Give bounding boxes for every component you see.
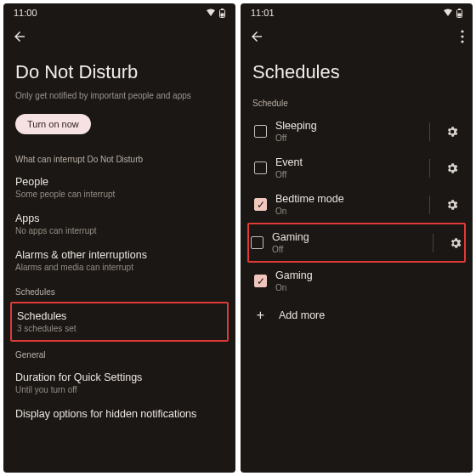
wifi-icon (443, 8, 453, 17)
row-apps[interactable]: Apps No apps can interrupt (15, 206, 224, 242)
gear-icon[interactable] (449, 236, 462, 250)
row-title: Schedules (17, 310, 222, 322)
schedule-state: On (275, 207, 414, 216)
row-title: People (15, 176, 224, 188)
schedule-text: GamingOn (275, 269, 459, 292)
top-bar (3, 22, 235, 51)
schedule-row[interactable]: ✓GamingOn (252, 263, 461, 299)
plus-icon: + (254, 308, 267, 323)
turn-on-button[interactable]: Turn on now (15, 114, 91, 134)
schedule-label: Event (275, 156, 414, 168)
page-title: Do Not Disturb (15, 61, 224, 83)
back-icon[interactable] (12, 29, 27, 44)
screen-do-not-disturb: 11:00 Do Not Disturb Only get notified b… (3, 3, 235, 473)
divider (429, 122, 430, 141)
svg-point-8 (461, 40, 463, 42)
row-title: Apps (15, 212, 224, 224)
top-bar (241, 22, 473, 51)
gear-icon[interactable] (445, 162, 459, 175)
content: Schedules Schedule SleepingOffEventOff✓B… (241, 51, 473, 473)
page-subtitle: Only get notified by important people an… (15, 90, 224, 102)
schedule-state: Off (272, 245, 417, 254)
status-icons (443, 8, 462, 18)
row-alarms[interactable]: Alarms & other interruptions Alarms and … (15, 242, 224, 279)
screen-schedules: 11:01 Schedules Schedule SleepingOffEven… (241, 3, 473, 473)
svg-rect-4 (458, 8, 461, 10)
checkbox[interactable] (254, 125, 267, 138)
row-title: Duration for Quick Settings (15, 371, 224, 383)
section-interrupt-label: What can interrupt Do Not Disturb (15, 155, 224, 164)
row-title: Display options for hidden notifications (15, 408, 224, 420)
row-schedules[interactable]: Schedules 3 schedules set (10, 302, 229, 342)
add-more-row[interactable]: + Add more (252, 299, 461, 332)
row-sub: Until you turn off (15, 385, 224, 394)
divider (429, 196, 430, 214)
page-title: Schedules (252, 61, 461, 83)
row-duration[interactable]: Duration for Quick Settings Until you tu… (15, 365, 224, 401)
status-time: 11:00 (14, 8, 37, 18)
row-people[interactable]: People Some people can interrupt (15, 169, 224, 206)
schedule-text: SleepingOff (275, 120, 414, 143)
content: Do Not Disturb Only get notified by impo… (3, 51, 235, 473)
row-sub: 3 schedules set (17, 324, 222, 333)
checkbox[interactable] (254, 162, 267, 174)
schedule-state: On (275, 283, 459, 292)
svg-rect-2 (221, 13, 224, 16)
gear-icon[interactable] (445, 125, 459, 139)
gear-icon[interactable] (445, 198, 459, 212)
row-sub: Some people can interrupt (15, 190, 224, 199)
row-sub: Alarms and media can interrupt (15, 263, 224, 272)
battery-icon (219, 8, 225, 18)
checkbox[interactable]: ✓ (254, 275, 267, 287)
divider (433, 234, 434, 252)
battery-icon (456, 8, 462, 18)
row-sub: No apps can interrupt (15, 226, 224, 235)
schedule-row[interactable]: EventOff (252, 150, 461, 186)
section-schedule-label: Schedule (252, 99, 461, 108)
schedule-row[interactable]: SleepingOff (252, 113, 461, 150)
schedule-row[interactable]: GamingOff (247, 223, 466, 263)
svg-point-7 (461, 35, 463, 37)
schedule-text: GamingOff (272, 231, 417, 254)
status-bar: 11:01 (241, 3, 473, 22)
svg-point-6 (461, 30, 463, 32)
svg-rect-1 (221, 8, 224, 10)
wifi-icon (206, 8, 216, 17)
schedule-list: SleepingOffEventOff✓Bedtime modeOnGaming… (252, 113, 461, 299)
row-title: Alarms & other interruptions (15, 249, 224, 261)
schedule-label: Gaming (275, 269, 459, 281)
checkbox[interactable]: ✓ (254, 198, 267, 211)
status-icons (206, 8, 225, 18)
schedule-label: Sleeping (275, 120, 414, 132)
schedule-state: Off (275, 170, 414, 179)
schedule-label: Gaming (272, 231, 417, 243)
checkbox[interactable] (251, 236, 264, 249)
divider (429, 159, 430, 178)
schedule-label: Bedtime mode (275, 193, 414, 205)
section-schedules-label: Schedules (15, 287, 224, 297)
overflow-menu-icon[interactable] (461, 30, 464, 43)
svg-rect-5 (458, 13, 462, 16)
section-general-label: General (15, 350, 224, 360)
status-time: 11:01 (251, 8, 275, 18)
schedule-text: EventOff (275, 156, 414, 179)
back-icon[interactable] (249, 29, 264, 44)
schedule-text: Bedtime modeOn (275, 193, 414, 216)
status-bar: 11:00 (3, 3, 235, 22)
schedule-state: Off (275, 133, 414, 143)
add-more-label: Add more (279, 309, 325, 321)
schedule-row[interactable]: ✓Bedtime modeOn (252, 186, 461, 223)
row-display-options[interactable]: Display options for hidden notifications (15, 401, 224, 427)
